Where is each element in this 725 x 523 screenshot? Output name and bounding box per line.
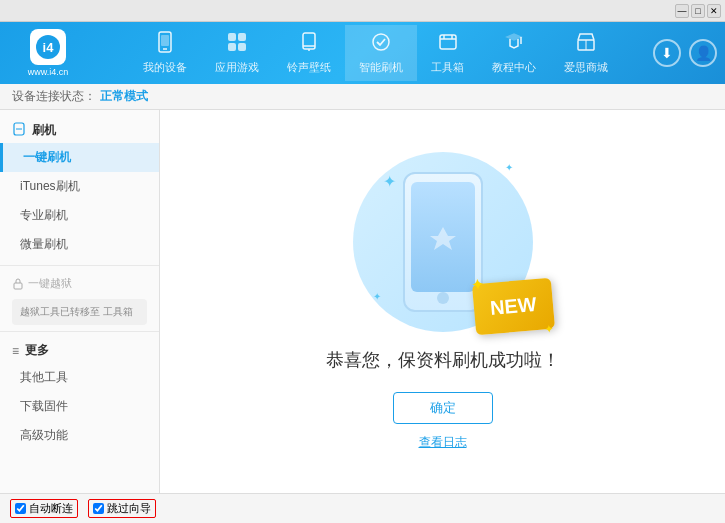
tutorial-nav-icon xyxy=(503,31,525,58)
status-value: 正常模式 xyxy=(100,88,148,105)
content-area: ✦ ✦ ✦ ✦ NEW ✦ 恭喜您，保资料刷机成功啦！ 确定 查看日志 xyxy=(160,110,725,493)
tools-nav-icon xyxy=(437,31,459,58)
nav-apps[interactable]: 应用游戏 xyxy=(201,25,273,81)
svg-rect-7 xyxy=(228,43,236,51)
svg-rect-8 xyxy=(238,43,246,51)
nav-store-label: 爱思商城 xyxy=(564,60,608,75)
header-actions: ⬇ 👤 xyxy=(653,39,717,67)
nav-tools-label: 工具箱 xyxy=(431,60,464,75)
sparkle-icon-1: ✦ xyxy=(383,172,396,191)
minimize-button[interactable]: — xyxy=(675,4,689,18)
svg-rect-5 xyxy=(228,33,236,41)
store-nav-icon xyxy=(575,31,597,58)
smart-nav-icon xyxy=(370,31,392,58)
app-logo: i4 www.i4.cn xyxy=(8,29,88,77)
daily-log-link[interactable]: 查看日志 xyxy=(419,434,467,451)
more-section-title: ≡ 更多 xyxy=(0,338,159,363)
bottom-top-row: 自动断连 跳过向导 xyxy=(0,494,725,523)
confirm-button[interactable]: 确定 xyxy=(393,392,493,424)
logo-icon: i4 xyxy=(30,29,66,65)
nav-ringtone-label: 铃声壁纸 xyxy=(287,60,331,75)
nav-tutorial[interactable]: 教程中心 xyxy=(478,25,550,81)
maximize-button[interactable]: □ xyxy=(691,4,705,18)
more-section-label: 更多 xyxy=(25,342,49,359)
main-area: 刷机 一键刷机 iTunes刷机 专业刷机 微量刷机 一键越狱 越狱工具已转移至… xyxy=(0,110,725,493)
sidebar-divider-2 xyxy=(0,331,159,332)
nav-tutorial-label: 教程中心 xyxy=(492,60,536,75)
svg-point-12 xyxy=(373,34,389,50)
nav-tools[interactable]: 工具箱 xyxy=(417,25,478,81)
nav-smart-label: 智能刷机 xyxy=(359,60,403,75)
titlebar: — □ ✕ xyxy=(0,0,725,22)
sidebar-item-advanced[interactable]: 高级功能 xyxy=(0,421,159,450)
device-nav-icon xyxy=(154,31,176,58)
sidebar-item-pro[interactable]: 专业刷机 xyxy=(0,201,159,230)
star-left: ✦ xyxy=(471,276,484,293)
auto-disconnect-input[interactable] xyxy=(15,503,26,514)
svg-rect-6 xyxy=(238,33,246,41)
sidebar-divider-1 xyxy=(0,265,159,266)
svg-text:i4: i4 xyxy=(43,40,55,55)
skip-wizard-input[interactable] xyxy=(93,503,104,514)
sidebar-jailbreak-note: 越狱工具已转移至 工具箱 xyxy=(12,299,147,325)
nav-device-label: 我的设备 xyxy=(143,60,187,75)
header: i4 www.i4.cn 我的设备 xyxy=(0,22,725,84)
more-section-icon: ≡ xyxy=(12,344,19,358)
sidebar-item-data-save[interactable]: 微量刷机 xyxy=(0,230,159,259)
skip-wizard-checkbox[interactable]: 跳过向导 xyxy=(88,499,156,518)
sidebar-item-one-click[interactable]: 一键刷机 xyxy=(0,143,159,172)
flash-section-label: 刷机 xyxy=(32,122,56,139)
new-badge: ✦ NEW ✦ xyxy=(472,278,555,336)
sidebar-disabled-jailbreak: 一键越狱 xyxy=(0,272,159,295)
success-message: 恭喜您，保资料刷机成功啦！ xyxy=(326,348,560,372)
sparkle-icon-3: ✦ xyxy=(373,291,381,302)
user-button[interactable]: 👤 xyxy=(689,39,717,67)
star-right: ✦ xyxy=(544,324,553,336)
sidebar-item-itunes[interactable]: iTunes刷机 xyxy=(0,172,159,201)
svg-rect-13 xyxy=(440,35,456,49)
nav-smart[interactable]: 智能刷机 xyxy=(345,25,417,81)
nav-device[interactable]: 我的设备 xyxy=(129,25,201,81)
logo-subtitle: www.i4.cn xyxy=(28,67,69,77)
nav-ringtone[interactable]: 铃声壁纸 xyxy=(273,25,345,81)
download-button[interactable]: ⬇ xyxy=(653,39,681,67)
svg-rect-4 xyxy=(161,35,169,46)
phone-illustration xyxy=(403,172,483,312)
nav-bar: 我的设备 应用游戏 铃声壁纸 xyxy=(98,25,653,81)
nav-store[interactable]: 爱思商城 xyxy=(550,25,622,81)
nav-apps-label: 应用游戏 xyxy=(215,60,259,75)
auto-disconnect-checkbox[interactable]: 自动断连 xyxy=(10,499,78,518)
success-illustration: ✦ ✦ ✦ ✦ NEW ✦ xyxy=(353,152,533,332)
statusbar: 设备连接状态： 正常模式 xyxy=(0,84,725,110)
flash-section-title: 刷机 xyxy=(0,118,159,143)
status-label: 设备连接状态： xyxy=(12,88,96,105)
sidebar-item-other-tools[interactable]: 其他工具 xyxy=(0,363,159,392)
bottom-area: 自动断连 跳过向导 iPhone 12 mini 64GB Down-12min… xyxy=(0,493,725,523)
sparkle-icon-2: ✦ xyxy=(505,162,513,173)
svg-rect-22 xyxy=(14,283,22,289)
apps-nav-icon xyxy=(226,31,248,58)
flash-section-icon xyxy=(12,122,26,139)
close-button[interactable]: ✕ xyxy=(707,4,721,18)
sidebar: 刷机 一键刷机 iTunes刷机 专业刷机 微量刷机 一键越狱 越狱工具已转移至… xyxy=(0,110,160,493)
ringtone-nav-icon xyxy=(298,31,320,58)
sidebar-item-download[interactable]: 下载固件 xyxy=(0,392,159,421)
